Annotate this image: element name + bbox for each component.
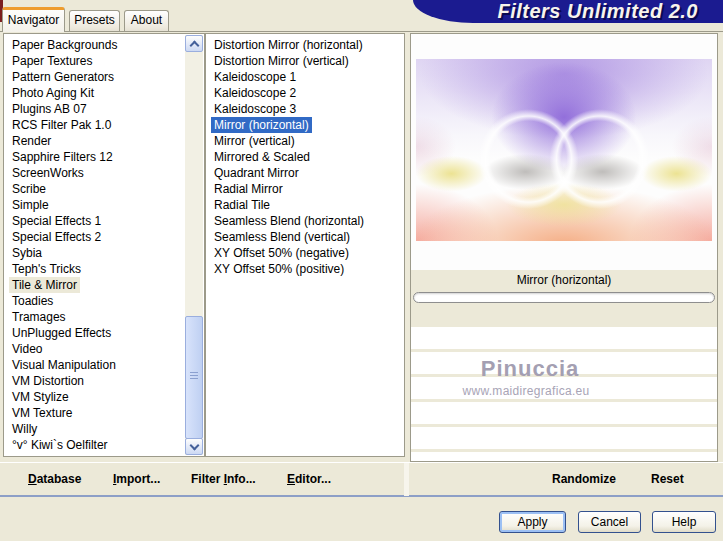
help-button[interactable]: Help — [652, 511, 716, 533]
category-list-item[interactable]: °v° Kiwi`s Oelfilter — [9, 437, 111, 453]
category-list-item[interactable]: ScreenWorks — [9, 165, 87, 181]
preview-image — [416, 59, 712, 241]
filter-info-label-pre: Filter — [191, 472, 224, 486]
category-list-item[interactable]: Pattern Generators — [9, 69, 117, 85]
filter-list-item[interactable]: XY Offset 50% (negative) — [211, 245, 352, 261]
category-list-item[interactable]: RCS Filter Pak 1.0 — [9, 117, 114, 133]
reset-button[interactable]: Reset — [651, 463, 684, 496]
category-list-item[interactable]: Willy — [9, 421, 40, 437]
cancel-button[interactable]: Cancel — [578, 511, 641, 533]
category-list-item[interactable]: Teph's Tricks — [9, 261, 84, 277]
category-list-item[interactable]: Video — [9, 341, 45, 357]
category-list-item[interactable]: Simple — [9, 197, 52, 213]
filter-list-item[interactable]: Distortion Mirror (horizontal) — [211, 37, 366, 53]
tab-bar-baseline — [0, 31, 723, 32]
toolbar-divider — [404, 463, 409, 496]
category-list-item[interactable]: UnPlugged Effects — [9, 325, 114, 341]
chevron-up-icon — [190, 41, 200, 51]
watermark-url: www.maidiregrafica.eu — [373, 384, 679, 398]
category-list-item[interactable]: VM Stylize — [9, 389, 72, 405]
tab-presets[interactable]: Presets — [69, 10, 120, 31]
toolbar: Database Import... Filter Info... Editor… — [0, 462, 723, 497]
tab-navigator[interactable]: Navigator — [2, 7, 65, 32]
category-list-item[interactable]: VM Distortion — [9, 373, 87, 389]
filter-list-item[interactable]: Kaleidoscope 2 — [211, 85, 299, 101]
tab-about[interactable]: About — [124, 10, 169, 31]
category-list-item[interactable]: Render — [9, 133, 54, 149]
filter-list-item[interactable]: Mirrored & Scaled — [211, 149, 313, 165]
category-list-item[interactable]: Visual Manipulation — [9, 357, 119, 373]
category-list-item[interactable]: Tile & Mirror — [9, 277, 80, 293]
filter-info-label-post: nfo... — [227, 472, 256, 486]
filter-list-item[interactable]: XY Offset 50% (positive) — [211, 261, 347, 277]
filter-list-item[interactable]: Kaleidoscope 1 — [211, 69, 299, 85]
filter-list-item[interactable]: Seamless Blend (horizontal) — [211, 213, 367, 229]
selected-filter-name: Mirror (horizontal) — [411, 270, 717, 291]
filter-list-item[interactable]: Radial Mirror — [211, 181, 286, 197]
category-list-item[interactable]: VM Texture — [9, 405, 75, 421]
category-list-item[interactable]: Scribe — [9, 181, 49, 197]
preview-panel: Mirror (horizontal) Pinuccia www.maidire… — [410, 33, 718, 462]
filter-list-item[interactable]: Quadrant Mirror — [211, 165, 302, 181]
category-list-item[interactable]: Sapphire Filters 12 — [9, 149, 116, 165]
import-label-post: mport... — [116, 472, 160, 486]
category-list-item[interactable]: Special Effects 1 — [9, 213, 104, 229]
editor-label-key: E — [287, 472, 295, 486]
category-list-item[interactable]: Special Effects 2 — [9, 229, 104, 245]
category-list-item[interactable]: Plugins AB 07 — [9, 101, 90, 117]
filter-list: Distortion Mirror (horizontal)Distortion… — [206, 34, 404, 277]
database-label-post: atabase — [37, 472, 82, 486]
category-list-panel: Paper BackgroundsPaper TexturesPattern G… — [3, 33, 205, 457]
preview-area — [411, 34, 717, 270]
filter-info-button[interactable]: Filter Info... — [191, 463, 256, 496]
scroll-down-button[interactable] — [185, 438, 203, 455]
editor-button[interactable]: Editor... — [287, 463, 331, 496]
category-list-item[interactable]: Sybia — [9, 245, 45, 261]
preview-progress-bar — [413, 292, 715, 303]
database-label-key: D — [28, 472, 37, 486]
editor-label-post: ditor... — [295, 472, 331, 486]
category-list-item[interactable]: Photo Aging Kit — [9, 85, 97, 101]
title-banner: Filters Unlimited 2.0 — [413, 0, 723, 23]
filter-list-item[interactable]: Seamless Blend (vertical) — [211, 229, 353, 245]
chevron-down-icon — [190, 441, 200, 451]
scrollbar-thumb[interactable] — [185, 316, 203, 439]
filter-list-item[interactable]: Mirror (horizontal) — [211, 117, 312, 133]
category-scrollbar[interactable] — [185, 35, 203, 455]
category-list-item[interactable]: Toadies — [9, 293, 56, 309]
apply-button[interactable]: Apply — [499, 511, 566, 533]
filter-list-item[interactable]: Kaleidoscope 3 — [211, 101, 299, 117]
thumb-grip-icon — [190, 372, 198, 381]
scroll-up-button[interactable] — [185, 35, 203, 52]
filter-list-item[interactable]: Distortion Mirror (vertical) — [211, 53, 352, 69]
import-button[interactable]: Import... — [113, 463, 160, 496]
category-list-item[interactable]: Tramages — [9, 309, 69, 325]
category-list-item[interactable]: Paper Textures — [9, 53, 96, 69]
filter-list-item[interactable]: Mirror (vertical) — [211, 133, 298, 149]
category-list: Paper BackgroundsPaper TexturesPattern G… — [4, 34, 204, 453]
category-list-item[interactable]: Paper Backgrounds — [9, 37, 120, 53]
watermark-title: Pinuccia — [377, 356, 683, 382]
filter-list-item[interactable]: Radial Tile — [211, 197, 273, 213]
database-button[interactable]: Database — [28, 463, 81, 496]
randomize-button[interactable]: Randomize — [552, 463, 616, 496]
